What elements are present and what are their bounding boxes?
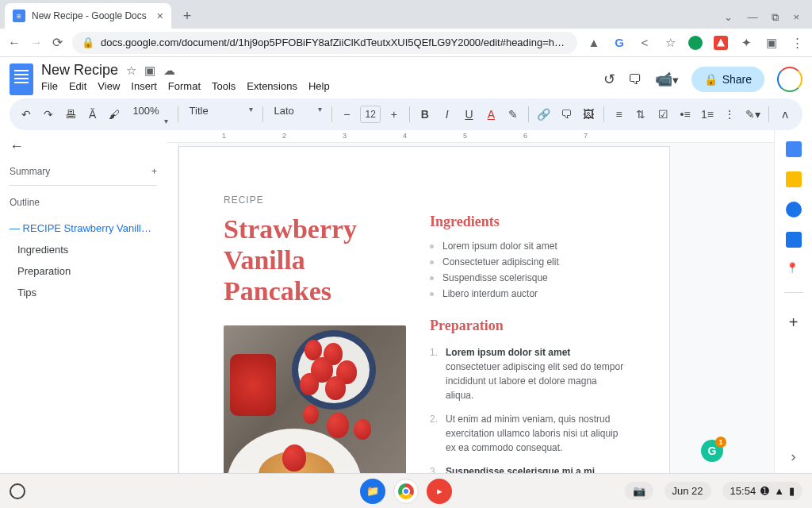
editing-mode-icon[interactable]: ✎▾ [743, 108, 762, 121]
insert-comment-icon[interactable]: 🗨 [557, 108, 575, 121]
add-summary-icon[interactable]: + [151, 166, 157, 177]
window-maximize-icon[interactable]: ⧉ [772, 11, 779, 24]
outline-item[interactable]: Ingredients [10, 239, 157, 260]
bookmark-star-icon[interactable]: ☆ [663, 36, 677, 50]
move-icon[interactable]: ▣ [144, 64, 155, 78]
maps-app-icon[interactable]: 📍 [786, 262, 802, 278]
ingredients-list[interactable]: Lorem ipsum dolor sit ametConsectetuer a… [430, 238, 625, 302]
menu-format[interactable]: Format [168, 80, 201, 92]
document-canvas[interactable]: 1234567 RECIPE Strawberry Vanilla Pancak… [167, 130, 774, 473]
outline-item[interactable]: Tips [10, 282, 157, 303]
tab-close-icon[interactable]: × [157, 10, 163, 22]
recipe-title[interactable]: Strawberry Vanilla Pancakes [224, 214, 406, 306]
insert-image-icon[interactable]: 🖼 [580, 108, 597, 121]
nav-back-icon[interactable]: ← [8, 36, 21, 50]
shelf-date[interactable]: Jun 22 [665, 482, 711, 500]
docs-logo-icon[interactable] [10, 64, 33, 95]
share-button[interactable]: 🔒 Share [691, 67, 764, 92]
outline-close-icon[interactable]: ← [10, 138, 157, 155]
preparation-step[interactable]: Ut enim ad minim veniam, quis nostrud ex… [430, 409, 625, 461]
side-panel-collapse-icon[interactable]: › [791, 448, 796, 465]
font-size-input[interactable]: 12 [360, 106, 381, 123]
window-dropdown-icon[interactable]: ⌄ [724, 11, 733, 24]
menu-extensions[interactable]: Extensions [247, 80, 297, 92]
menu-insert[interactable]: Insert [131, 80, 157, 92]
status-tray[interactable]: 15:54 ➊ ▲ ▮ [722, 482, 802, 500]
star-icon[interactable]: ☆ [126, 64, 136, 78]
undo-icon[interactable]: ↶ [17, 108, 35, 121]
collapse-toolbar-icon[interactable]: ʌ [776, 108, 795, 121]
calendar-app-icon[interactable] [786, 141, 802, 157]
align-icon[interactable]: ≡ [611, 108, 628, 121]
addons-plus-icon[interactable]: + [789, 314, 799, 332]
youtube-music-icon[interactable]: ▸ [427, 479, 452, 504]
launcher-icon[interactable] [10, 483, 25, 499]
panel-icon[interactable]: ▣ [764, 36, 779, 50]
meet-icon[interactable]: 📹▾ [655, 71, 679, 88]
menu-help[interactable]: Help [308, 80, 330, 92]
comments-icon[interactable]: 🗨 [628, 71, 642, 88]
browser-menu-icon[interactable]: ⋮ [790, 36, 804, 50]
google-icon[interactable]: G [612, 36, 626, 50]
tasks-app-icon[interactable] [786, 202, 802, 217]
contacts-app-icon[interactable] [786, 232, 802, 248]
share-icon[interactable]: < [638, 36, 652, 50]
menu-tools[interactable]: Tools [212, 80, 236, 92]
numbered-list-icon[interactable]: 1≡ [699, 108, 716, 121]
preparation-heading[interactable]: Preparation [430, 318, 625, 334]
underline-icon[interactable]: U [461, 108, 478, 121]
menu-file[interactable]: File [41, 80, 58, 92]
extension-adblock-icon[interactable] [714, 36, 728, 50]
keep-app-icon[interactable] [786, 171, 802, 187]
italic-icon[interactable]: I [439, 108, 456, 121]
preparation-list[interactable]: Lorem ipsum dolor sit amet consectetuer … [430, 342, 625, 473]
outline-item[interactable]: Preparation [10, 260, 157, 282]
window-minimize-icon[interactable]: — [747, 11, 757, 24]
screenshot-tray-icon[interactable]: 📷 [625, 482, 653, 500]
ingredient-item[interactable]: Suspendisse scelerisque [430, 270, 625, 286]
nav-reload-icon[interactable]: ⟳ [52, 35, 63, 50]
cloud-status-icon[interactable]: ☁ [163, 64, 175, 78]
more-toolbar-icon[interactable]: ⋮ [721, 108, 738, 121]
ingredient-item[interactable]: Consectetuer adipiscing elit [430, 254, 625, 270]
font-size-decrease[interactable]: − [338, 108, 355, 121]
ingredients-heading[interactable]: Ingredients [430, 214, 625, 230]
window-close-icon[interactable]: × [793, 11, 799, 24]
preparation-step[interactable]: Lorem ipsum dolor sit amet consectetuer … [430, 342, 625, 409]
menu-edit[interactable]: Edit [69, 80, 86, 92]
font-select[interactable]: Lato [270, 105, 325, 124]
outline-item[interactable]: — RECIPE Strawberry Vanilla Panc… [10, 217, 157, 239]
recipe-image[interactable] [224, 325, 406, 473]
account-avatar[interactable] [777, 67, 802, 92]
line-spacing-icon[interactable]: ⇅ [632, 108, 649, 121]
menu-view[interactable]: View [98, 80, 120, 92]
chrome-app-icon[interactable] [393, 479, 419, 504]
font-size-increase[interactable]: + [385, 108, 403, 121]
extension-grammarly-icon[interactable] [688, 36, 703, 50]
document-title[interactable]: New Recipe [41, 62, 118, 79]
text-color-icon[interactable]: A [482, 108, 500, 121]
browser-tab[interactable]: ≡ New Recipe - Google Docs × [5, 3, 171, 29]
ingredient-item[interactable]: Lorem ipsum dolor sit amet [430, 238, 625, 254]
redo-icon[interactable]: ↷ [40, 108, 57, 121]
grammarly-badge-icon[interactable]: G [701, 440, 723, 462]
ingredient-item[interactable]: Libero interdum auctor [430, 286, 625, 302]
paragraph-style-select[interactable]: Title [185, 105, 256, 124]
document-page[interactable]: RECIPE Strawberry Vanilla Pancakes [178, 146, 670, 473]
bulleted-list-icon[interactable]: •≡ [676, 108, 694, 121]
new-tab-button[interactable]: + [176, 5, 198, 27]
extensions-puzzle-icon[interactable]: ✦ [739, 36, 753, 50]
history-icon[interactable]: ↺ [603, 71, 615, 88]
bold-icon[interactable]: B [416, 108, 434, 121]
preparation-step[interactable]: Suspendisse scelerisque mi a mi. Lorem i… [430, 461, 625, 473]
drive-icon[interactable]: ▲ [587, 36, 601, 50]
insert-link-icon[interactable]: 🔗 [535, 108, 553, 121]
print-icon[interactable]: 🖶 [62, 108, 79, 121]
spellcheck-icon[interactable]: Ă [84, 108, 102, 121]
url-bar[interactable]: 🔒 docs.google.com/document/d/1hj9op5PFOB… [72, 32, 577, 54]
files-app-icon[interactable]: 📁 [360, 479, 385, 504]
zoom-select[interactable]: 100% [128, 105, 170, 124]
highlight-icon[interactable]: ✎ [504, 108, 522, 121]
checklist-icon[interactable]: ☑ [654, 108, 672, 121]
paint-format-icon[interactable]: 🖌 [106, 108, 124, 121]
